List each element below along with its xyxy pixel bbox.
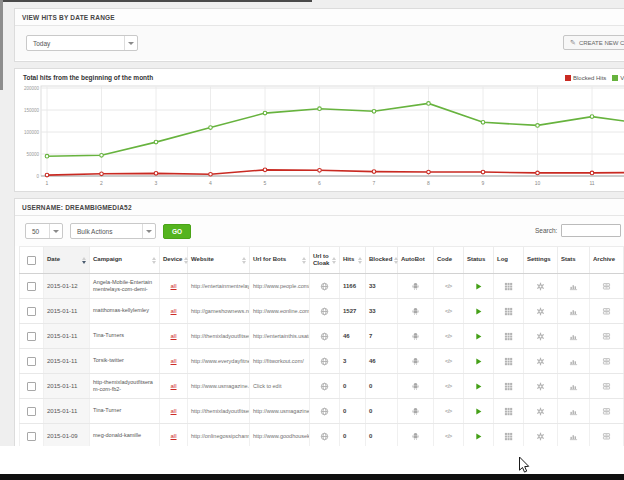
- cell-website[interactable]: http://gameshownews.net: [188, 299, 250, 324]
- play-status-icon[interactable]: [474, 282, 483, 291]
- code-icon[interactable]: </>: [445, 308, 452, 314]
- search-input[interactable]: [561, 224, 621, 237]
- code-icon[interactable]: </>: [445, 433, 452, 439]
- globe-icon[interactable]: [320, 357, 329, 366]
- log-icon[interactable]: [504, 282, 513, 291]
- log-icon[interactable]: [504, 332, 513, 341]
- archive-icon[interactable]: [602, 332, 611, 341]
- settings-gear-icon[interactable]: [536, 407, 545, 416]
- archive-icon[interactable]: [602, 307, 611, 316]
- row-checkbox[interactable]: [27, 282, 36, 291]
- settings-gear-icon[interactable]: [536, 307, 545, 316]
- row-checkbox[interactable]: [27, 407, 36, 416]
- cell-url-for-bots[interactable]: Click to edit: [250, 374, 310, 399]
- column-header-website[interactable]: Website: [188, 247, 250, 274]
- bar-chart-icon[interactable]: [569, 357, 578, 366]
- cell-website[interactable]: http://www.usmagazine.c...: [188, 374, 250, 399]
- log-icon[interactable]: [504, 432, 513, 441]
- globe-icon[interactable]: [320, 282, 329, 291]
- android-icon[interactable]: [411, 332, 420, 341]
- settings-gear-icon[interactable]: [536, 332, 545, 341]
- code-icon[interactable]: </>: [445, 283, 452, 289]
- play-status-icon[interactable]: [474, 307, 483, 316]
- globe-icon[interactable]: [320, 332, 329, 341]
- play-status-icon[interactable]: [474, 432, 483, 441]
- cell-website[interactable]: http://themixladyoutfitser...: [188, 324, 250, 349]
- code-icon[interactable]: </>: [445, 333, 452, 339]
- archive-icon[interactable]: [602, 357, 611, 366]
- log-icon[interactable]: [504, 307, 513, 316]
- device-link[interactable]: all: [170, 283, 176, 289]
- archive-icon[interactable]: [602, 432, 611, 441]
- play-status-icon[interactable]: [474, 407, 483, 416]
- android-icon[interactable]: [411, 307, 420, 316]
- cell-url-for-bots[interactable]: http://entertainthis.usatod...: [250, 324, 310, 349]
- device-link[interactable]: all: [170, 358, 176, 364]
- device-link[interactable]: all: [170, 433, 176, 439]
- column-header-url_for_bots[interactable]: Url for Bots: [250, 247, 310, 274]
- android-icon[interactable]: [411, 407, 420, 416]
- bar-chart-icon[interactable]: [569, 382, 578, 391]
- row-checkbox[interactable]: [27, 382, 36, 391]
- code-icon[interactable]: </>: [445, 408, 452, 414]
- log-icon[interactable]: [504, 407, 513, 416]
- create-new-campaign-button[interactable]: ✎ CREATE NEW CAMPAIGN: [563, 35, 624, 50]
- play-status-icon[interactable]: [474, 382, 483, 391]
- archive-icon[interactable]: [602, 282, 611, 291]
- cell-url-for-bots[interactable]: http://fitworkout.com/: [250, 349, 310, 374]
- bar-chart-icon[interactable]: [569, 407, 578, 416]
- globe-icon[interactable]: [320, 307, 329, 316]
- code-icon[interactable]: </>: [445, 383, 452, 389]
- globe-icon[interactable]: [320, 407, 329, 416]
- android-icon[interactable]: [411, 432, 420, 441]
- android-icon[interactable]: [411, 382, 420, 391]
- date-range-select[interactable]: Today: [26, 35, 138, 51]
- column-header-blocked[interactable]: Blocked: [366, 247, 398, 274]
- cell-url-for-bots[interactable]: http://www.eonline.com/n...: [250, 299, 310, 324]
- device-link[interactable]: all: [170, 333, 176, 339]
- cell-website[interactable]: http://www.everydayfitnes...: [188, 349, 250, 374]
- globe-icon[interactable]: [320, 432, 329, 441]
- archive-icon[interactable]: [602, 407, 611, 416]
- bulk-actions-select[interactable]: Bulk Actions: [70, 223, 156, 239]
- bar-chart-icon[interactable]: [569, 332, 578, 341]
- settings-gear-icon[interactable]: [536, 382, 545, 391]
- column-header-device[interactable]: Device: [160, 247, 188, 274]
- bar-chart-icon[interactable]: [569, 307, 578, 316]
- select-all-checkbox[interactable]: [27, 256, 36, 265]
- android-icon[interactable]: [411, 282, 420, 291]
- column-header-url_to_cloak[interactable]: Url to Cloak: [310, 247, 340, 274]
- column-header-hits[interactable]: Hits: [340, 247, 366, 274]
- cell-website[interactable]: http://themixladyoutfitser...: [188, 399, 250, 424]
- cell-url-for-bots[interactable]: http://www.people.com/ar...: [250, 274, 310, 299]
- row-checkbox[interactable]: [27, 332, 36, 341]
- row-checkbox[interactable]: [27, 357, 36, 366]
- bar-chart-icon[interactable]: [569, 282, 578, 291]
- play-status-icon[interactable]: [474, 332, 483, 341]
- chevron-down-icon: [142, 224, 155, 238]
- row-checkbox[interactable]: [27, 432, 36, 441]
- code-icon[interactable]: </>: [445, 358, 452, 364]
- settings-gear-icon[interactable]: [536, 357, 545, 366]
- play-status-icon[interactable]: [474, 357, 483, 366]
- archive-icon[interactable]: [602, 382, 611, 391]
- settings-gear-icon[interactable]: [536, 432, 545, 441]
- device-link[interactable]: all: [170, 308, 176, 314]
- settings-gear-icon[interactable]: [536, 282, 545, 291]
- cell-url-for-bots[interactable]: http://www.goodhousekee...: [250, 424, 310, 449]
- globe-icon[interactable]: [320, 382, 329, 391]
- cell-website[interactable]: http://onlinegossipchann...: [188, 424, 250, 449]
- device-link[interactable]: all: [170, 383, 176, 389]
- cell-website[interactable]: http://entertainmentrelays...: [188, 274, 250, 299]
- android-icon[interactable]: [411, 357, 420, 366]
- cell-url-for-bots[interactable]: http://www.usmagazine.c...: [250, 399, 310, 424]
- bar-chart-icon[interactable]: [569, 432, 578, 441]
- log-icon[interactable]: [504, 382, 513, 391]
- log-icon[interactable]: [504, 357, 513, 366]
- column-header-date[interactable]: Date: [44, 247, 90, 274]
- device-link[interactable]: all: [170, 408, 176, 414]
- row-checkbox[interactable]: [27, 307, 36, 316]
- column-header-campaign[interactable]: Campaign: [90, 247, 160, 274]
- per-page-select[interactable]: 50: [25, 223, 63, 239]
- go-button[interactable]: GO: [163, 224, 191, 239]
